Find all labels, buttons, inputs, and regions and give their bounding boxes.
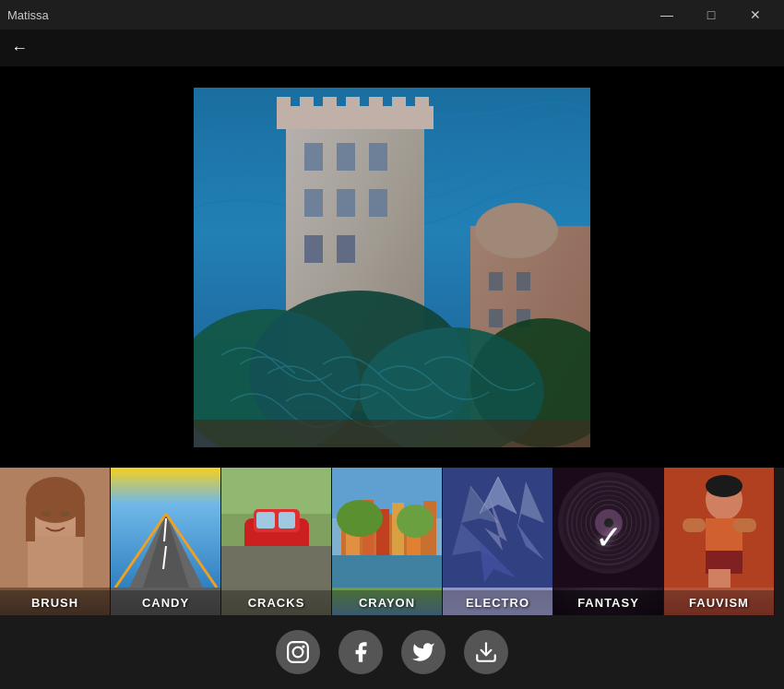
svg-rect-8 [392, 97, 406, 111]
svg-rect-22 [489, 309, 503, 327]
cracks-svg [221, 468, 332, 588]
twitter-button[interactable] [401, 630, 445, 674]
svg-point-19 [475, 203, 558, 258]
filter-fauvism[interactable]: FAUVISM [664, 468, 775, 615]
svg-rect-11 [337, 143, 355, 171]
app-title: Matissa [7, 8, 49, 22]
svg-point-101 [293, 647, 303, 658]
fauvism-svg [664, 468, 775, 588]
filter-crayon[interactable]: CRAYON [332, 468, 443, 615]
svg-rect-100 [288, 642, 308, 662]
filter-brush-label: BRUSH [0, 590, 110, 615]
svg-rect-34 [28, 537, 83, 588]
electro-svg [443, 468, 553, 588]
svg-rect-15 [369, 189, 387, 217]
svg-point-67 [397, 505, 434, 538]
maximize-button[interactable]: □ [690, 0, 732, 30]
svg-rect-16 [304, 235, 323, 263]
close-button[interactable]: ✕ [734, 0, 777, 30]
svg-rect-21 [517, 272, 530, 291]
filter-cracks[interactable]: CRACKS [221, 468, 332, 615]
svg-rect-10 [304, 143, 323, 171]
svg-point-66 [337, 500, 383, 537]
filters-strip: BRUSH [0, 468, 784, 615]
svg-rect-14 [337, 189, 355, 217]
filter-candy[interactable]: CANDY [111, 468, 221, 615]
back-button[interactable]: ← [11, 39, 28, 58]
filter-fantasy-label: FANTASY [553, 590, 663, 615]
crayon-svg [332, 468, 443, 588]
fantasy-checkmark: ✓ [595, 518, 623, 557]
svg-rect-51 [256, 512, 275, 529]
svg-point-99 [706, 475, 742, 497]
filter-cracks-label: CRACKS [221, 590, 331, 615]
download-icon [474, 640, 498, 664]
svg-point-38 [42, 511, 51, 517]
main-image-canvas [194, 88, 590, 447]
svg-rect-37 [76, 505, 85, 537]
svg-rect-36 [26, 505, 35, 541]
twitter-icon [411, 640, 435, 664]
filter-candy-label: CANDY [111, 590, 220, 615]
facebook-icon [349, 640, 373, 664]
svg-rect-17 [337, 235, 355, 263]
facebook-button[interactable] [339, 630, 383, 674]
svg-rect-55 [221, 546, 332, 588]
title-bar-controls: — □ ✕ [646, 0, 777, 30]
svg-rect-7 [369, 97, 383, 111]
filter-fauvism-label: FAUVISM [664, 590, 774, 615]
candy-svg [111, 468, 221, 588]
svg-rect-12 [369, 143, 387, 171]
instagram-button[interactable] [276, 630, 320, 674]
svg-rect-6 [346, 97, 360, 111]
filter-brush[interactable]: BRUSH [0, 468, 111, 615]
title-bar: Matissa — □ ✕ [0, 0, 784, 30]
svg-rect-94 [683, 518, 706, 532]
svg-rect-5 [323, 97, 337, 111]
svg-rect-48 [221, 468, 332, 514]
instagram-icon [286, 640, 310, 664]
social-bar [0, 615, 784, 689]
app-content: ← [0, 30, 784, 689]
filter-fantasy[interactable]: ✓ FANTASY [553, 468, 664, 615]
svg-rect-3 [277, 97, 291, 111]
svg-rect-20 [489, 272, 503, 291]
svg-rect-13 [304, 189, 323, 217]
filter-crayon-label: CRAYON [332, 590, 442, 615]
top-bar: ← [0, 30, 784, 66]
filter-electro[interactable]: ELECTRO [443, 468, 553, 615]
title-bar-left: Matissa [7, 8, 49, 22]
svg-rect-95 [733, 518, 756, 532]
svg-rect-4 [300, 97, 314, 111]
minimize-button[interactable]: — [646, 0, 688, 30]
svg-point-39 [60, 511, 69, 517]
svg-rect-9 [415, 97, 429, 111]
download-button[interactable] [464, 630, 508, 674]
svg-rect-98 [717, 569, 731, 588]
main-image-area [0, 66, 784, 468]
brush-svg [0, 468, 111, 588]
svg-point-102 [302, 645, 304, 647]
filter-electro-label: ELECTRO [443, 590, 552, 615]
svg-rect-52 [279, 512, 295, 529]
svg-rect-65 [332, 555, 443, 588]
main-image-svg [194, 88, 590, 447]
svg-rect-31 [194, 420, 590, 447]
